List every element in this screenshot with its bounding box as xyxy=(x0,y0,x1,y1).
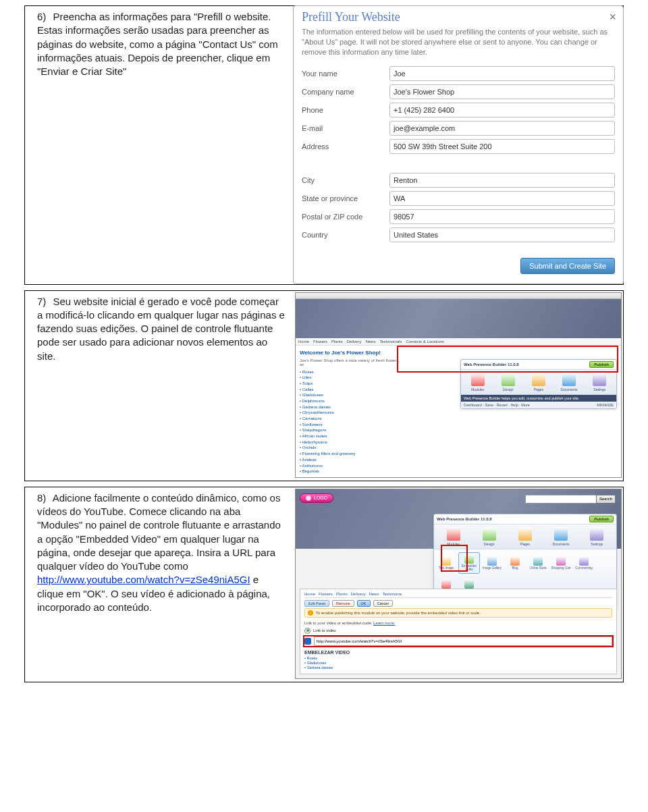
module-icon xyxy=(579,556,589,566)
nav-tab[interactable]: Delivery xyxy=(347,340,362,344)
list-item: • Sunflowers xyxy=(300,422,401,428)
ok-button[interactable]: OK xyxy=(357,600,371,607)
list-item: • Gladioluses xyxy=(300,392,401,398)
remove-button[interactable]: Remove xyxy=(332,600,354,607)
panel-tab-pages[interactable]: Pages xyxy=(512,527,539,546)
input-state[interactable] xyxy=(389,191,615,206)
panel-tab-label: Pages xyxy=(520,542,530,546)
panel-tab-modules[interactable]: Modules xyxy=(464,373,491,391)
list-item: • Lilies xyxy=(300,375,401,381)
panel-tab-label: Documents xyxy=(561,387,578,391)
module-icon xyxy=(533,556,543,566)
module-blog[interactable]: Blog xyxy=(504,552,526,574)
input-phone[interactable] xyxy=(389,103,615,117)
publish-button[interactable]: Publish xyxy=(589,361,614,368)
logo-dot-icon xyxy=(306,495,311,501)
nav-tab[interactable]: Home xyxy=(298,340,309,344)
submit-create-button[interactable]: Submit and Create Site xyxy=(520,258,615,274)
list-item: • Begonias xyxy=(300,468,401,475)
module-shopping-cart[interactable]: Shopping Cart xyxy=(550,552,572,574)
editor-tab[interactable]: Plants xyxy=(336,592,348,596)
input-city[interactable] xyxy=(389,173,615,188)
module-image-gallery[interactable]: Image Gallery xyxy=(481,552,503,574)
list-item: • Roses xyxy=(300,369,401,375)
input-email[interactable] xyxy=(389,121,615,136)
publish-button-2[interactable]: Publish xyxy=(589,516,614,522)
step-8-text: 8) Adicione facilmente o conteúdo dinâmi… xyxy=(25,487,294,622)
module-icon xyxy=(510,556,520,566)
module-icon xyxy=(464,554,474,564)
list-item: • African violets xyxy=(300,433,401,439)
module-commenting[interactable]: Commenting xyxy=(573,552,595,574)
label-zip: Postal or ZIP code xyxy=(302,213,389,221)
panel-tab-documents[interactable]: Documents xyxy=(556,373,583,391)
panel-tab-label: Modules xyxy=(471,387,484,391)
module-text-image[interactable]: Text Image xyxy=(435,552,457,574)
label-city: City xyxy=(302,176,389,184)
step-6-body: Preencha as informações para "Prefill o … xyxy=(37,11,278,77)
welcome-title: Welcome to Joe's Flower Shop! xyxy=(300,350,401,356)
panel-tab-label: Settings xyxy=(591,542,603,546)
video-url-input[interactable] xyxy=(314,637,612,646)
page-editor: HomeFlowersPlantsDeliveryNewsTestimonia … xyxy=(300,589,617,674)
step-7-body: Seu website inicial é gerado e você pode… xyxy=(37,296,285,362)
list-item: • Flowering fillers and greenery xyxy=(300,451,401,457)
site-search[interactable]: Search xyxy=(525,495,616,504)
nav-tab[interactable]: Contacts & Locations xyxy=(406,340,444,344)
input-company[interactable] xyxy=(389,84,615,99)
nav-tab[interactable]: Flowers xyxy=(313,340,327,344)
panel-tab-design[interactable]: Design xyxy=(476,527,503,546)
builder-preview: HomeFlowersPlantsDeliveryNewsTestimonial… xyxy=(295,292,622,478)
panel-tab-design[interactable]: Design xyxy=(495,373,522,391)
modal-title: Prefill Your Website xyxy=(294,6,623,27)
step-8-cell: 8) Adicione facilmente o conteúdo dinâmi… xyxy=(24,487,624,682)
search-input[interactable] xyxy=(525,495,596,504)
panel2-title: Web Presence Builder 11.0.8 xyxy=(437,517,492,521)
editor-tab[interactable]: Delivery xyxy=(351,592,366,596)
editor-tab[interactable]: Flowers xyxy=(319,592,333,596)
nav-tab[interactable]: Testimonials xyxy=(379,340,402,344)
learn-more-link[interactable]: Learn more. xyxy=(373,621,395,625)
panel-tab-pages[interactable]: Pages xyxy=(525,373,552,391)
editor-tab[interactable]: Testimonia xyxy=(382,592,402,596)
site-nav: HomeFlowersPlantsDeliveryNewsTestimonial… xyxy=(296,338,621,346)
control-panel[interactable]: Web Presence Builder 11.0.8 Publish Modu… xyxy=(460,359,617,409)
list-item: • Gerbera daisies xyxy=(300,404,401,410)
radio-link-to-video[interactable] xyxy=(304,628,310,634)
editor-tab[interactable]: News xyxy=(369,592,379,596)
close-icon[interactable]: × xyxy=(609,10,616,24)
youtube-link[interactable]: http://www.youtube.com/watch?v=zSe49niA5… xyxy=(37,574,250,585)
module-icon xyxy=(464,579,474,589)
label-country: Country xyxy=(302,231,389,239)
module-embedded-video[interactable]: Embedded Video xyxy=(458,552,480,574)
edit-panel-button[interactable]: Edit Panel xyxy=(304,600,329,607)
panel-tab-label: Settings xyxy=(593,387,605,391)
module-online-store[interactable]: Online Store xyxy=(527,552,549,574)
module-icon xyxy=(441,579,451,589)
nav-tab[interactable]: News xyxy=(365,340,375,344)
input-country[interactable] xyxy=(389,227,615,242)
nav-tab[interactable]: Plants xyxy=(331,340,343,344)
input-address[interactable] xyxy=(389,139,615,154)
editor-tab[interactable]: Home xyxy=(304,592,315,596)
module-label: Embedded Video xyxy=(459,564,479,571)
minimize-button[interactable]: MINIMIZE xyxy=(597,403,614,407)
panel-tab-settings[interactable]: Settings xyxy=(586,373,613,391)
search-button[interactable]: Search xyxy=(596,495,616,504)
panel-tab-settings[interactable]: Settings xyxy=(583,527,610,546)
list-item: • Delphiniums xyxy=(300,398,401,404)
panel-tab-modules[interactable]: Modules xyxy=(440,527,467,546)
list-item: • Roses xyxy=(304,656,364,661)
label-your-name: Your name xyxy=(302,70,389,78)
pages-icon xyxy=(518,527,532,541)
panel-bottom-links[interactable]: Dashboard · Save · Revert · Help · More xyxy=(464,403,530,407)
site-hero xyxy=(296,299,621,338)
cancel-button[interactable]: Cancel xyxy=(373,600,393,607)
step-7-number: 7) xyxy=(37,296,46,307)
flower-list: • Roses• Lilies• Tulips• Callas• Gladiol… xyxy=(300,369,401,475)
input-your-name[interactable] xyxy=(389,66,615,81)
editor-toolbar: Edit Panel Remove OK Cancel xyxy=(304,600,612,607)
warning-banner: ! To enable publishing this module on yo… xyxy=(304,608,612,618)
panel-tab-documents[interactable]: Documents xyxy=(547,527,574,546)
input-zip[interactable] xyxy=(389,209,615,224)
